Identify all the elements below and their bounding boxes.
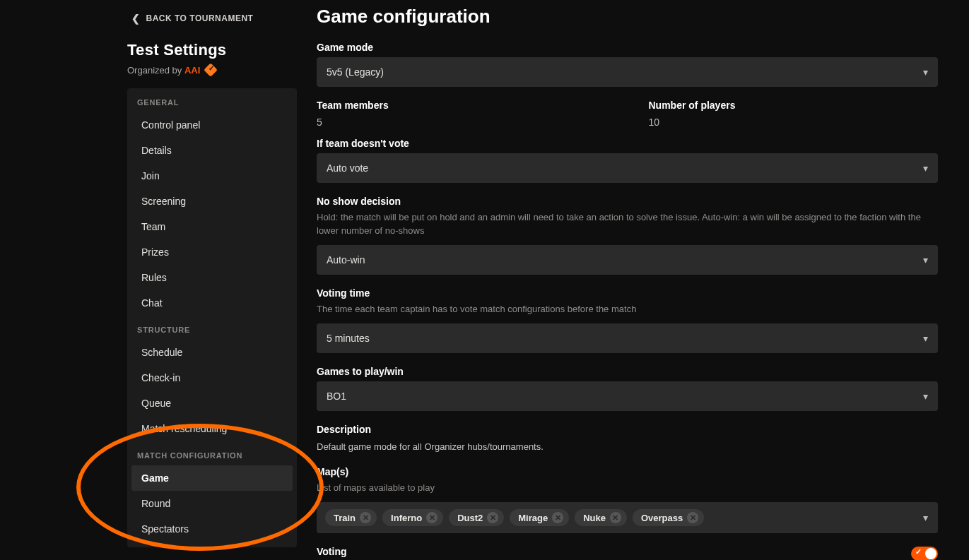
map-chip: Overpass✕	[633, 509, 704, 526]
no-vote-label: If team doesn't vote	[317, 138, 938, 149]
team-members-label: Team members	[317, 100, 606, 111]
sidebar-item-spectators[interactable]: Spectators	[131, 516, 293, 542]
sidebar-item-check-in[interactable]: Check-in	[131, 365, 293, 391]
chevron-down-icon: ▾	[923, 512, 928, 523]
sidebar-item-queue[interactable]: Queue	[131, 391, 293, 416]
chevron-down-icon: ▾	[923, 391, 928, 402]
chevron-down-icon: ▾	[923, 162, 928, 174]
sidebar-nav: GENERALControl panelDetailsJoinScreening…	[127, 88, 297, 547]
num-players-label: Number of players	[649, 100, 939, 111]
maps-multiselect[interactable]: Train✕Inferno✕Dust2✕Mirage✕Nuke✕Overpass…	[317, 502, 938, 533]
remove-chip-icon[interactable]: ✕	[552, 512, 563, 523]
sidebar-section-header: MATCH CONFIGURATION	[127, 441, 297, 465]
sidebar-item-game[interactable]: Game	[131, 465, 293, 491]
sidebar-item-details[interactable]: Details	[131, 138, 293, 163]
sidebar-item-match-rescheduling[interactable]: Match rescheduling	[131, 416, 293, 441]
main-content: Game configuration Game mode 5v5 (Legacy…	[317, 0, 969, 560]
chevron-down-icon: ▾	[923, 254, 928, 266]
map-chip: Inferno✕	[382, 509, 443, 526]
map-chip: Mirage✕	[510, 509, 569, 526]
no-show-label: No show decision	[317, 196, 938, 207]
maps-help: List of maps available to play	[317, 482, 938, 495]
voting-label: Voting	[317, 546, 347, 557]
back-to-tournament-link[interactable]: ❮ BACK TO TOURNAMENT	[127, 10, 317, 41]
page-title: Game configuration	[317, 6, 938, 28]
map-chip-label: Train	[334, 513, 356, 523]
verified-badge-icon	[204, 63, 218, 77]
chevron-down-icon: ▾	[923, 333, 928, 344]
map-chip-label: Inferno	[391, 513, 422, 523]
voting-time-select[interactable]: 5 minutes ▾	[317, 323, 938, 353]
sidebar-item-prizes[interactable]: Prizes	[131, 239, 293, 265]
no-vote-select[interactable]: Auto vote ▾	[317, 153, 938, 183]
map-chip-label: Dust2	[457, 513, 483, 523]
remove-chip-icon[interactable]: ✕	[610, 512, 621, 523]
voting-time-label: Voting time	[317, 287, 938, 299]
back-label: BACK TO TOURNAMENT	[146, 13, 254, 23]
sidebar-item-team[interactable]: Team	[131, 214, 293, 239]
description-value: Default game mode for all Organizer hubs…	[317, 441, 938, 454]
organized-by: Organized by AAI	[127, 64, 317, 76]
sidebar-item-round[interactable]: Round	[131, 491, 293, 516]
games-label: Games to play/win	[317, 366, 938, 377]
remove-chip-icon[interactable]: ✕	[487, 512, 498, 523]
toggle-knob	[925, 548, 936, 559]
no-show-select[interactable]: Auto-win ▾	[317, 245, 938, 275]
chevron-down-icon: ▾	[923, 66, 928, 78]
sidebar-item-control-panel[interactable]: Control panel	[131, 112, 293, 138]
sidebar-item-chat[interactable]: Chat	[131, 290, 293, 316]
game-mode-label: Game mode	[317, 42, 938, 53]
chevron-left-icon: ❮	[131, 13, 141, 24]
sidebar-item-screening[interactable]: Screening	[131, 189, 293, 214]
sidebar-section-header: STRUCTURE	[127, 316, 297, 340]
remove-chip-icon[interactable]: ✕	[426, 512, 437, 523]
voting-toggle[interactable]	[911, 547, 938, 560]
no-show-help: Hold: the match will be put on hold and …	[317, 211, 938, 238]
map-chip: Nuke✕	[575, 509, 627, 526]
remove-chip-icon[interactable]: ✕	[687, 512, 698, 523]
sidebar-section-header: GENERAL	[127, 88, 297, 112]
organizer-link[interactable]: AAI	[184, 65, 200, 76]
voting-time-help: The time each team captain has to vote m…	[317, 303, 938, 316]
description-label: Description	[317, 424, 938, 435]
sidebar-item-rules[interactable]: Rules	[131, 265, 293, 290]
map-chip-label: Nuke	[583, 513, 606, 523]
games-select[interactable]: BO1 ▾	[317, 381, 938, 411]
num-players-value: 10	[649, 117, 939, 128]
map-chip-label: Mirage	[518, 513, 548, 523]
game-mode-select[interactable]: 5v5 (Legacy) ▾	[317, 57, 938, 87]
tournament-title: Test Settings	[127, 41, 317, 59]
remove-chip-icon[interactable]: ✕	[360, 512, 371, 523]
maps-label: Map(s)	[317, 466, 938, 477]
sidebar-item-join[interactable]: Join	[131, 163, 293, 189]
map-chip-label: Overpass	[641, 513, 683, 523]
map-chip: Train✕	[325, 509, 377, 526]
team-members-value: 5	[317, 117, 606, 128]
sidebar-item-schedule[interactable]: Schedule	[131, 340, 293, 365]
map-chip: Dust2✕	[449, 509, 504, 526]
